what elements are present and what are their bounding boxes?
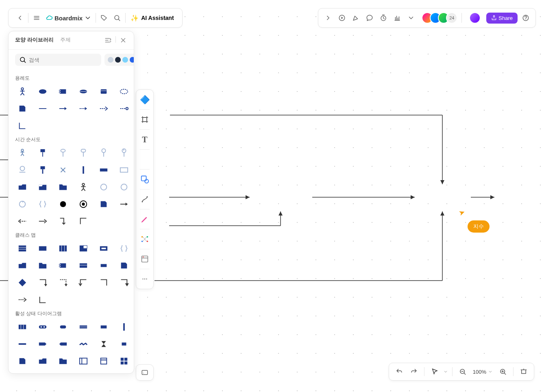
shape-circle-line[interactable]: [96, 147, 111, 159]
shape-actor2[interactable]: [76, 181, 91, 193]
tag-button[interactable]: [98, 11, 111, 24]
zoom-in-button[interactable]: [497, 366, 509, 378]
shape-boundary[interactable]: [117, 86, 131, 97]
shape-note3[interactable]: [117, 260, 131, 271]
shape-entity[interactable]: [76, 147, 91, 159]
undo-button[interactable]: [393, 366, 405, 378]
more-button[interactable]: [405, 11, 417, 24]
shape-circle-outline[interactable]: [96, 181, 111, 193]
shape-elbow[interactable]: [15, 120, 30, 131]
shape-note[interactable]: [15, 103, 30, 114]
expand-button[interactable]: [322, 11, 334, 24]
shape-ref[interactable]: [117, 164, 131, 176]
shape-card[interactable]: [96, 86, 111, 97]
shape-diamond[interactable]: [15, 277, 30, 288]
shape-hbar[interactable]: [15, 338, 30, 350]
tool-shapes[interactable]: 🔷: [138, 93, 151, 106]
shape-elbow-arrow[interactable]: [56, 216, 70, 227]
shape-small-rect[interactable]: [96, 260, 111, 271]
shape-db[interactable]: [96, 355, 111, 367]
shape-loop[interactable]: [117, 147, 131, 159]
shape-spinner[interactable]: [15, 198, 30, 210]
shape-class[interactable]: [15, 243, 30, 254]
shape-package2[interactable]: [35, 260, 50, 271]
shape-ellipse[interactable]: [35, 86, 50, 97]
shape-elbow2[interactable]: [76, 216, 91, 227]
shape-hourglass[interactable]: [96, 338, 111, 350]
tool-shape[interactable]: [138, 173, 151, 186]
shape-activation[interactable]: [35, 164, 50, 176]
shape-elbow-simple[interactable]: [96, 277, 111, 288]
tool-frame[interactable]: [138, 113, 151, 126]
shape-header[interactable]: [96, 243, 111, 254]
tool-template[interactable]: [138, 253, 151, 266]
shape-small-rect2[interactable]: [117, 338, 131, 350]
shape-component2[interactable]: [56, 260, 70, 271]
shape-split-rect[interactable]: [76, 321, 91, 333]
shape-lifeline-actor[interactable]: [15, 147, 30, 159]
present-button[interactable]: [518, 366, 530, 378]
tool-more[interactable]: [138, 272, 151, 285]
shape-zigzag[interactable]: [76, 338, 91, 350]
back-button[interactable]: [13, 11, 26, 24]
search-input[interactable]: [29, 57, 97, 63]
help-button[interactable]: [520, 11, 531, 24]
shape-pill[interactable]: [56, 321, 70, 333]
shape-card2[interactable]: [76, 260, 91, 271]
shape-class3[interactable]: [76, 243, 91, 254]
shape-swimlane[interactable]: [15, 321, 30, 333]
shape-vbar[interactable]: [117, 321, 131, 333]
shape-dashed-back-arrow[interactable]: [15, 216, 30, 227]
shape-rect3[interactable]: [96, 321, 111, 333]
tool-connector[interactable]: [138, 193, 151, 206]
shape-bar[interactable]: [76, 164, 91, 176]
shape-pill-eyes[interactable]: [35, 321, 50, 333]
shape-folder[interactable]: [15, 181, 30, 193]
shape-control[interactable]: [56, 147, 70, 159]
shape-elbow-dashed[interactable]: [56, 277, 70, 288]
shape-grid4[interactable]: [117, 355, 131, 367]
zoom-out-button[interactable]: [457, 366, 469, 378]
avatar-count[interactable]: 24: [446, 12, 457, 24]
ai-assistant-button[interactable]: ✨ AI Assistant: [127, 14, 177, 22]
confetti-button[interactable]: [350, 11, 361, 24]
shape-elbow-down2[interactable]: [117, 277, 131, 288]
shape-arrow2[interactable]: [117, 198, 131, 210]
avatar-me[interactable]: [469, 12, 481, 24]
tab-theme[interactable]: 주제: [60, 36, 71, 44]
shape-lens[interactable]: [76, 86, 91, 97]
vote-button[interactable]: [392, 11, 403, 24]
tool-mindmap[interactable]: [138, 233, 151, 246]
shape-folder5[interactable]: [56, 355, 70, 367]
color-dot[interactable]: [130, 57, 134, 63]
shape-folder4[interactable]: [35, 355, 50, 367]
shape-line[interactable]: [35, 103, 50, 114]
timer-button[interactable]: [378, 11, 389, 24]
shape-table[interactable]: [76, 355, 91, 367]
shape-braces[interactable]: [35, 198, 50, 210]
shape-destroy[interactable]: [56, 164, 70, 176]
shape-note4[interactable]: [15, 355, 30, 367]
shape-note2[interactable]: [96, 198, 111, 210]
shape-braces2[interactable]: [117, 243, 131, 254]
color-filter[interactable]: [104, 54, 134, 66]
shape-filled-circle[interactable]: [56, 198, 70, 210]
shape-target[interactable]: [76, 198, 91, 210]
tool-sticky[interactable]: [138, 153, 151, 166]
share-button[interactable]: Share: [486, 13, 518, 24]
shape-elbow-down[interactable]: [35, 277, 50, 288]
sort-button[interactable]: [104, 36, 112, 44]
shape-dashed-open-arrow2[interactable]: [15, 294, 30, 305]
brand-dropdown[interactable]: Boardmix: [43, 14, 94, 22]
shape-elbow3[interactable]: [35, 294, 50, 305]
color-dot[interactable]: [122, 57, 128, 63]
shape-frame[interactable]: [96, 164, 111, 176]
shape-folder2[interactable]: [35, 181, 50, 193]
search-button[interactable]: [111, 11, 124, 24]
shape-arrow[interactable]: [56, 103, 70, 114]
zoom-level[interactable]: 100%: [471, 369, 494, 375]
menu-button[interactable]: [30, 11, 43, 24]
shape-underline-circle[interactable]: [15, 164, 30, 176]
cursor-tool[interactable]: [429, 366, 441, 378]
shape-component[interactable]: [56, 86, 70, 97]
